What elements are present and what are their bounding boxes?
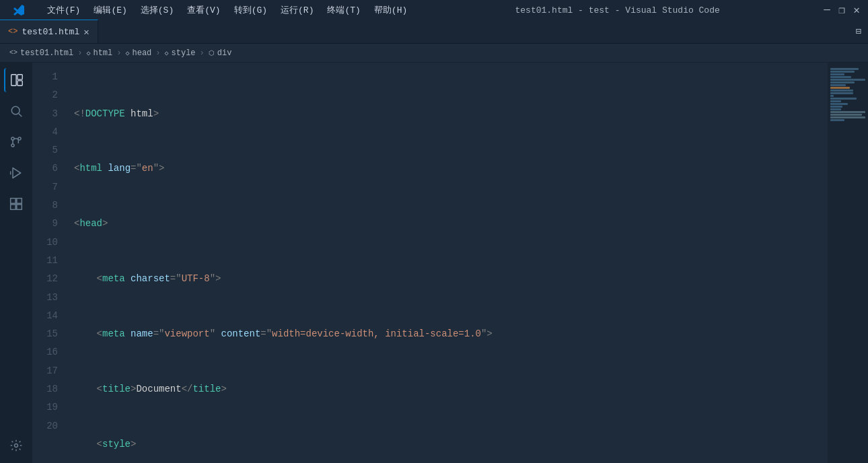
- explorer-icon[interactable]: [4, 68, 28, 92]
- menu-help[interactable]: 帮助(H): [369, 3, 412, 17]
- breadcrumb-html[interactable]: ◇ html: [86, 48, 112, 58]
- activity-bar: [0, 63, 32, 463]
- svg-rect-11: [17, 199, 22, 204]
- svg-line-4: [19, 114, 22, 117]
- minimap-line: [830, 84, 846, 86]
- menu-goto[interactable]: 转到(G): [229, 3, 273, 17]
- minimap-line: [830, 114, 862, 116]
- minimap-line: [830, 73, 844, 75]
- minimap-line: [830, 95, 834, 97]
- window-controls: — ❐ ✕: [822, 5, 861, 15]
- breadcrumb-head[interactable]: ◇ head: [125, 48, 151, 58]
- minimap-line: [830, 100, 841, 102]
- minimap-line: [830, 103, 848, 105]
- minimap: [828, 63, 868, 463]
- menu-terminal[interactable]: 终端(T): [322, 3, 365, 17]
- code-editor[interactable]: 1 2 3 4 5 6 7 8 9 10 11 12 13 14 15 16 1…: [32, 63, 868, 463]
- minimize-button[interactable]: —: [822, 5, 832, 15]
- svg-point-5: [11, 137, 14, 140]
- minimap-line: [830, 76, 851, 78]
- svg-point-3: [11, 106, 20, 114]
- tab-label: test01.html: [22, 27, 79, 37]
- minimap-line: [830, 79, 865, 81]
- minimap-line: [830, 87, 850, 89]
- line-7: <style>: [71, 435, 828, 454]
- minimap-line: [830, 119, 844, 121]
- menu-select[interactable]: 选择(S): [135, 3, 179, 17]
- breadcrumb-sep-4: ›: [200, 48, 205, 58]
- tab-close-button[interactable]: ✕: [83, 26, 89, 38]
- menu-bar: 文件(F) 编辑(E) 选择(S) 查看(V) 转到(G) 运行(R) 终端(T…: [42, 3, 412, 17]
- breadcrumb-div[interactable]: ⬡ div: [209, 48, 232, 58]
- head-bc-icon: ◇: [125, 49, 129, 57]
- line-4: <meta charset="UTF-8">: [71, 270, 828, 288]
- breadcrumb-filename: test01.html: [20, 48, 73, 58]
- minimap-line: [830, 108, 841, 110]
- main-layout: 1 2 3 4 5 6 7 8 9 10 11 12 13 14 15 16 1…: [0, 63, 868, 463]
- svg-rect-2: [17, 81, 22, 85]
- minimap-line: [830, 68, 859, 70]
- svg-point-7: [11, 144, 14, 147]
- svg-marker-8: [13, 168, 21, 178]
- minimap-line: [830, 90, 853, 92]
- breadcrumb-sep-2: ›: [116, 48, 121, 58]
- svg-rect-13: [17, 205, 22, 210]
- maximize-button[interactable]: ❐: [837, 5, 846, 15]
- menu-edit[interactable]: 编辑(E): [88, 3, 132, 17]
- minimap-line: [830, 98, 857, 100]
- breadcrumb-sep-3: ›: [155, 48, 160, 58]
- minimap-line: [830, 111, 865, 113]
- line-2: <html lang="en">: [71, 159, 828, 178]
- extensions-icon[interactable]: [4, 192, 28, 216]
- breadcrumb-style[interactable]: ◇ style: [165, 48, 196, 58]
- tab-bar: <> test01.html ✕ ⊟: [0, 20, 868, 44]
- breadcrumb: <> test01.html › ◇ html › ◇ head › ◇ sty…: [0, 44, 868, 63]
- line-numbers: 1 2 3 4 5 6 7 8 9 10 11 12 13 14 15 16 1…: [32, 63, 66, 463]
- breadcrumb-file[interactable]: <> test01.html: [9, 48, 73, 58]
- svg-rect-10: [11, 199, 16, 204]
- editor-area: 1 2 3 4 5 6 7 8 9 10 11 12 13 14 15 16 1…: [32, 63, 868, 463]
- title-bar: 文件(F) 编辑(E) 选择(S) 查看(V) 转到(G) 运行(R) 终端(T…: [0, 0, 868, 20]
- source-control-icon[interactable]: [4, 130, 28, 154]
- html-bc-icon: ◇: [86, 49, 90, 57]
- line-6: <title>Document</title>: [71, 380, 828, 398]
- svg-rect-12: [11, 205, 16, 210]
- line-3: <head>: [71, 215, 828, 233]
- tab-test01[interactable]: <> test01.html ✕: [0, 20, 98, 43]
- run-debug-icon[interactable]: [4, 161, 28, 185]
- menu-file[interactable]: 文件(F): [42, 3, 85, 17]
- line-1: <!DOCTYPE html>: [71, 105, 828, 123]
- breadcrumb-html-label: html: [93, 48, 112, 58]
- svg-rect-0: [11, 75, 16, 86]
- svg-rect-1: [17, 75, 22, 79]
- minimap-line: [830, 71, 855, 73]
- file-icon: <>: [8, 27, 17, 36]
- menu-view[interactable]: 查看(V): [182, 3, 225, 17]
- minimap-line: [830, 106, 842, 108]
- settings-icon[interactable]: [4, 433, 28, 458]
- minimap-line: [830, 116, 865, 118]
- style-bc-icon: ◇: [165, 49, 169, 57]
- line-5: <meta name="viewport" content="width=dev…: [71, 325, 828, 343]
- menu-run[interactable]: 运行(R): [275, 3, 319, 17]
- breadcrumb-sep-1: ›: [77, 48, 82, 58]
- div-bc-icon: ⬡: [209, 49, 215, 57]
- window-title: test01.html - test - Visual Studio Code: [515, 5, 720, 15]
- file-bc-icon: <>: [9, 49, 17, 57]
- code-content[interactable]: <!DOCTYPE html> <html lang="en"> <head> …: [66, 63, 828, 463]
- close-button[interactable]: ✕: [852, 5, 861, 15]
- minimap-line: [830, 81, 855, 83]
- layout-button[interactable]: ⊟: [849, 20, 868, 43]
- minimap-line: [830, 92, 853, 94]
- minimap-content: [828, 63, 868, 127]
- breadcrumb-style-label: style: [172, 48, 196, 58]
- svg-point-14: [15, 444, 18, 448]
- search-icon[interactable]: [4, 99, 28, 123]
- breadcrumb-div-label: div: [217, 48, 232, 58]
- breadcrumb-head-label: head: [133, 48, 152, 58]
